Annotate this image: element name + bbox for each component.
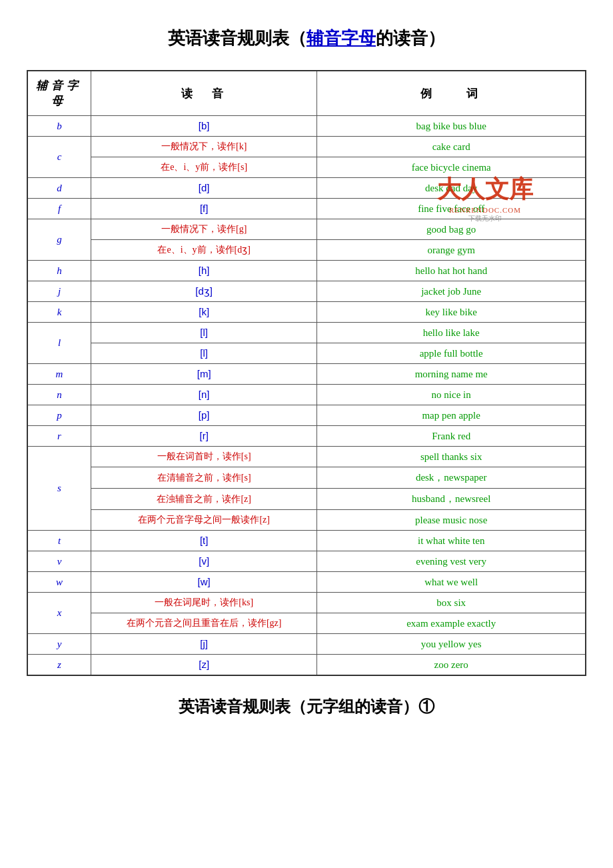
example-cell: hello like lake	[317, 323, 586, 343]
rule-cell: [l]	[91, 323, 316, 343]
rule-cell: [m]	[91, 364, 316, 385]
rule-cell: [dʒ]	[91, 281, 316, 302]
example-cell: you yellow yes	[317, 634, 586, 655]
example-cell: what we well	[317, 572, 586, 593]
page-wrapper: 英语读音规则表（辅音字母的读音） 大人文库 RENRENDOC.COM 下载无水…	[27, 27, 586, 717]
letter-cell: j	[27, 281, 91, 302]
letter-cell: x	[27, 593, 91, 634]
rule-cell: 一般情况下，读作[k]	[91, 137, 316, 157]
rule-cell: [d]	[91, 178, 316, 199]
rule-cell: 在浊辅音之前，读作[z]	[91, 489, 316, 510]
example-cell: morning name me	[317, 364, 586, 385]
table-row: 在e、i、y前，读作[dʒ]orange gym	[27, 240, 586, 261]
letter-cell: m	[27, 364, 91, 385]
table-row: g一般情况下，读作[g]good bag go	[27, 219, 586, 240]
table-row: [l]apple full bottle	[27, 343, 586, 364]
header-examples: 例 词	[317, 71, 586, 116]
table-row: 在两个元音之间且重音在后，读作[gz]exam example exactly	[27, 613, 586, 634]
letter-cell: b	[27, 116, 91, 137]
table-row: v[v]evening vest very	[27, 551, 586, 572]
header-pronunciation: 读 音	[91, 71, 316, 116]
rule-cell: [t]	[91, 531, 316, 551]
example-cell: husband，newsreel	[317, 489, 586, 510]
example-cell: apple full bottle	[317, 343, 586, 364]
rule-cell: 一般在词首时，读作[s]	[91, 447, 316, 467]
table-row: s一般在词首时，读作[s]spell thanks six	[27, 447, 586, 467]
example-cell: bag bike bus blue	[317, 116, 586, 137]
letter-cell: s	[27, 447, 91, 531]
rule-cell: 在清辅音之前，读作[s]	[91, 467, 316, 489]
table-row: 在e、i、y前，读作[s]face bicycle cinema	[27, 157, 586, 178]
example-cell: cake card	[317, 137, 586, 157]
letter-cell: n	[27, 385, 91, 405]
table-row: m[m]morning name me	[27, 364, 586, 385]
letter-cell: d	[27, 178, 91, 199]
rule-cell: [n]	[91, 385, 316, 405]
rule-cell: 一般在词尾时，读作[ks]	[91, 593, 316, 613]
letter-cell: c	[27, 137, 91, 178]
example-cell: evening vest very	[317, 551, 586, 572]
rule-cell: [p]	[91, 405, 316, 426]
example-cell: desk dad day	[317, 178, 586, 199]
example-cell: Frank red	[317, 426, 586, 447]
table-row: 在清辅音之前，读作[s]desk，newspaper	[27, 467, 586, 489]
rule-cell: [r]	[91, 426, 316, 447]
rule-cell: [f]	[91, 199, 316, 219]
rule-cell: 在两个元音字母之间一般读作[z]	[91, 510, 316, 531]
letter-cell: g	[27, 219, 91, 261]
letter-cell: r	[27, 426, 91, 447]
table-row: d[d]desk dad day	[27, 178, 586, 199]
example-cell: face bicycle cinema	[317, 157, 586, 178]
letter-cell: f	[27, 199, 91, 219]
title-suffix: 的读音）	[376, 29, 445, 48]
table-row: k[k]key like bike	[27, 302, 586, 323]
rule-cell: [l]	[91, 343, 316, 364]
rule-cell: [k]	[91, 302, 316, 323]
table-header-row: 辅音字母 读 音 例 词	[27, 71, 586, 116]
letter-cell: t	[27, 531, 91, 551]
rule-cell: 在e、i、y前，读作[dʒ]	[91, 240, 316, 261]
example-cell: map pen apple	[317, 405, 586, 426]
letter-cell: z	[27, 655, 91, 676]
example-cell: key like bike	[317, 302, 586, 323]
table-row: b[b]bag bike bus blue	[27, 116, 586, 137]
table-row: y[j]you yellow yes	[27, 634, 586, 655]
rule-cell: [b]	[91, 116, 316, 137]
title-prefix: 英语读音规则表（	[168, 29, 306, 48]
table-row: t[t]it what white ten	[27, 531, 586, 551]
table-row: p[p]map pen apple	[27, 405, 586, 426]
example-cell: desk，newspaper	[317, 467, 586, 489]
table-row: j[dʒ]jacket job June	[27, 281, 586, 302]
page-title: 英语读音规则表（辅音字母的读音）	[27, 27, 586, 50]
example-cell: orange gym	[317, 240, 586, 261]
table-row: r[r]Frank red	[27, 426, 586, 447]
rule-cell: 在两个元音之间且重音在后，读作[gz]	[91, 613, 316, 634]
table-row: c一般情况下，读作[k]cake card	[27, 137, 586, 157]
header-letter: 辅音字母	[27, 71, 91, 116]
rule-cell: [h]	[91, 261, 316, 281]
table-row: w[w]what we well	[27, 572, 586, 593]
table-row: 在两个元音字母之间一般读作[z]please music nose	[27, 510, 586, 531]
table-row: l[l]hello like lake	[27, 323, 586, 343]
example-cell: jacket job June	[317, 281, 586, 302]
table-row: f[f]fine five face off	[27, 199, 586, 219]
title-highlight: 辅音字母	[306, 29, 376, 48]
table-row: x一般在词尾时，读作[ks]box six	[27, 593, 586, 613]
rule-cell: 在e、i、y前，读作[s]	[91, 157, 316, 178]
table-row: 在浊辅音之前，读作[z]husband，newsreel	[27, 489, 586, 510]
example-cell: zoo zero	[317, 655, 586, 676]
table-row: z[z]zoo zero	[27, 655, 586, 676]
rule-cell: [w]	[91, 572, 316, 593]
example-cell: hello hat hot hand	[317, 261, 586, 281]
example-cell: fine five face off	[317, 199, 586, 219]
letter-cell: v	[27, 551, 91, 572]
example-cell: no nice in	[317, 385, 586, 405]
letter-cell: y	[27, 634, 91, 655]
letter-cell: l	[27, 323, 91, 364]
example-cell: box six	[317, 593, 586, 613]
letter-cell: p	[27, 405, 91, 426]
example-cell: spell thanks six	[317, 447, 586, 467]
rule-cell: [v]	[91, 551, 316, 572]
table-row: n[n]no nice in	[27, 385, 586, 405]
letter-cell: w	[27, 572, 91, 593]
